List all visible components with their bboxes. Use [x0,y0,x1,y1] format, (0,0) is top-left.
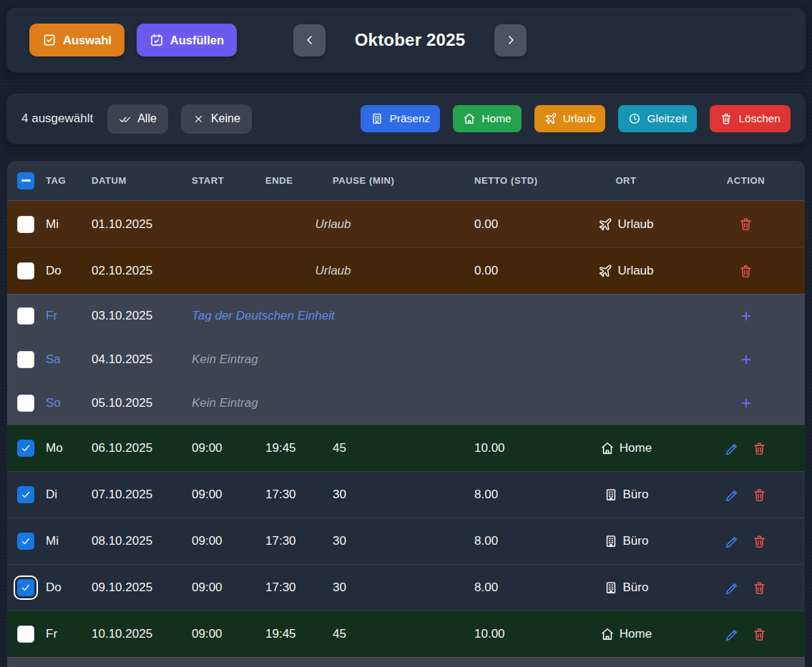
row-netto: 0.00 [474,264,565,278]
delete-entry-button[interactable] [752,627,767,642]
row-checkbox[interactable] [17,626,34,643]
row-checkbox[interactable] [17,351,34,368]
row-pause: 30 [333,580,474,595]
select-none-button[interactable]: Keine [181,104,252,134]
bulk-loeschen-button[interactable]: Löschen [710,105,791,132]
table-row: Mi 08.10.2025 09:00 17:30 30 8.00 Büro [7,518,805,564]
check-square-icon [42,33,57,47]
row-date: 07.10.2025 [92,488,192,502]
auswahl-button[interactable]: Auswahl [29,24,124,56]
check-icon [19,581,32,594]
edit-entry-button[interactable] [725,580,740,596]
selected-count: 4 ausgewählt [21,112,93,126]
bulk-praesenz-button[interactable]: Präsenz [361,105,440,132]
ausfuellen-button[interactable]: Ausfüllen [137,24,237,56]
row-date: 03.10.2025 [92,309,192,323]
column-header-pause: PAUSE (MIN) [333,175,474,186]
bulk-gleitzeit-button[interactable]: Gleitzeit [618,105,697,132]
row-checkbox[interactable] [17,395,34,412]
delete-entry-button[interactable] [738,264,753,279]
table-body: Mi 01.10.2025 Urlaub 0.00 Urlaub Do 02.1… [7,201,805,657]
row-checkbox[interactable] [17,440,34,457]
row-note-text: Kein Eintrag [192,396,258,410]
trash-icon [752,488,767,503]
home-icon [600,441,615,455]
select-all-checkbox[interactable] [17,172,34,189]
row-actions [687,534,805,549]
prev-month-button[interactable] [293,24,326,56]
select-all-button-label: Alle [137,112,157,125]
row-ende: 17:30 [265,580,333,595]
table-row: Mi 01.10.2025 Urlaub 0.00 Urlaub [7,201,805,247]
row-note: Urlaub [192,264,474,278]
row-netto: 8.00 [474,488,565,502]
month-title: Oktober 2025 [334,30,486,50]
row-checkbox-cell [7,262,39,280]
table-row: Fr 03.10.2025 Tag der Deutschen Einheit [7,294,805,337]
delete-entry-button[interactable] [752,441,767,456]
indeterminate-mark [21,179,31,182]
check-icon [19,442,32,455]
row-checkbox[interactable] [17,262,34,280]
row-ort: Büro [565,580,687,595]
double-check-icon [119,113,131,125]
row-actions [687,264,805,279]
row-checkbox[interactable] [17,216,34,233]
row-actions [687,627,805,642]
edit-entry-button[interactable] [725,488,740,503]
row-day: Do [39,264,92,278]
bulk-urlaub-button[interactable]: Urlaub [534,105,606,132]
row-day: Fr [39,309,92,323]
delete-entry-button[interactable] [752,580,767,596]
row-actions [687,441,805,456]
row-date: 09.10.2025 [92,580,192,595]
add-entry-button[interactable] [739,309,753,323]
row-netto: 0.00 [474,217,565,232]
month-navigation: Oktober 2025 [293,24,527,56]
chevron-left-icon [303,33,317,47]
delete-entry-button[interactable] [752,534,767,549]
row-day: Di [39,488,92,502]
building-icon [371,112,383,125]
row-date: 04.10.2025 [92,352,192,367]
row-note-text: Kein Eintrag [192,352,258,367]
row-checkbox-cell [7,579,39,596]
row-checkbox[interactable] [17,579,34,596]
table-row: Do 02.10.2025 Urlaub 0.00 Urlaub [7,247,805,294]
add-entry-button[interactable] [739,396,753,410]
delete-entry-button[interactable] [752,488,767,503]
row-note: Urlaub [192,217,474,232]
row-actions [687,217,805,232]
column-header-netto: NETTO (STD) [474,175,565,186]
select-all-button[interactable]: Alle [107,104,168,134]
row-date: 06.10.2025 [92,441,192,455]
row-checkbox-cell [7,440,39,457]
row-day: Mi [39,534,92,548]
row-actions [687,396,805,410]
next-month-button[interactable] [494,24,527,56]
table-row: Sa 04.10.2025 Kein Eintrag [7,337,805,381]
table-row: So 05.10.2025 Kein Eintrag [7,381,805,425]
clock-icon [628,112,641,125]
edit-entry-button[interactable] [725,534,740,549]
row-date: 02.10.2025 [92,264,192,278]
row-actions [687,488,805,503]
row-checkbox[interactable] [17,533,34,550]
row-checkbox[interactable] [17,307,34,325]
edit-entry-button[interactable] [725,441,740,456]
check-icon [19,535,32,548]
bulk-home-label: Home [481,112,511,125]
row-actions [687,580,805,596]
bulk-home-button[interactable]: Home [453,105,521,132]
toolbar-left-buttons: Auswahl Ausfüllen [29,24,237,56]
delete-entry-button[interactable] [738,217,753,232]
row-pause: 45 [333,441,474,455]
row-ende: 17:30 [265,534,333,548]
header-checkbox-cell [7,172,39,189]
add-entry-button[interactable] [739,352,753,367]
ausfuellen-button-label: Ausfüllen [170,34,224,47]
edit-entry-button[interactable] [725,627,740,642]
row-checkbox[interactable] [17,486,34,503]
row-ort-label: Urlaub [617,217,653,232]
row-pause: 30 [333,488,474,502]
